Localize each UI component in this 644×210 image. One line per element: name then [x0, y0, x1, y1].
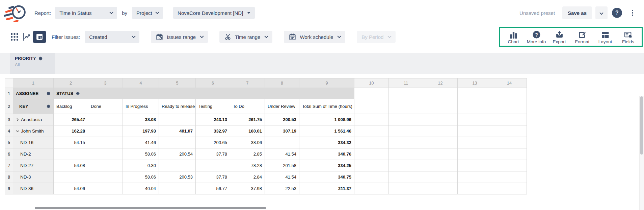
empty-cell[interactable] — [389, 183, 423, 194]
total-cell[interactable]: 340.75 — [299, 171, 354, 183]
filter-field-select[interactable]: Created — [85, 31, 139, 43]
value-cell[interactable]: 197.93 — [123, 125, 159, 137]
value-cell[interactable]: 38.08 — [123, 114, 159, 125]
time-range-button[interactable]: Time range — [219, 31, 272, 43]
empty-cell[interactable] — [492, 114, 527, 125]
empty-cell[interactable] — [354, 99, 389, 114]
value-cell[interactable] — [88, 137, 123, 148]
value-cell[interactable]: 78.28 — [230, 160, 265, 171]
value-cell[interactable] — [88, 160, 123, 171]
value-cell[interactable] — [88, 183, 123, 194]
empty-cell[interactable] — [492, 148, 527, 160]
work-schedule-button[interactable]: Work schedule — [284, 31, 345, 43]
empty-cell[interactable] — [423, 99, 458, 114]
status-column-header[interactable]: Backlog — [54, 99, 88, 114]
status-column-header[interactable]: Testing — [196, 99, 230, 114]
format-action-button[interactable]: Format — [571, 30, 594, 44]
empty-cell[interactable] — [492, 125, 527, 137]
status-column-header[interactable]: Done — [88, 99, 123, 114]
issue-key-cell[interactable]: ND-3 — [13, 171, 54, 183]
empty-cell[interactable] — [423, 148, 458, 160]
value-cell[interactable]: 54.08 — [54, 160, 88, 171]
empty-cell[interactable] — [458, 148, 492, 160]
empty-cell[interactable] — [458, 183, 492, 194]
empty-cell[interactable] — [354, 114, 389, 125]
issue-key-cell[interactable]: ND-36 — [13, 183, 54, 194]
empty-cell[interactable] — [389, 88, 423, 99]
value-cell[interactable]: 41.46 — [123, 137, 159, 148]
gear-icon[interactable] — [46, 104, 51, 109]
value-cell[interactable]: 2.84 — [230, 171, 265, 183]
value-cell[interactable]: 0.30 — [123, 160, 159, 171]
empty-cell[interactable] — [354, 160, 389, 171]
empty-cell[interactable] — [354, 88, 389, 99]
issue-key-cell[interactable]: ND-2 — [13, 148, 54, 160]
fields-action-button[interactable]: Fields — [617, 30, 640, 44]
empty-cell[interactable] — [423, 183, 458, 194]
assignee-group-cell[interactable]: John Smith — [13, 125, 54, 137]
help-button[interactable]: ? — [611, 6, 623, 19]
empty-cell[interactable] — [389, 148, 423, 160]
value-cell[interactable] — [88, 171, 123, 183]
gear-icon[interactable] — [46, 91, 51, 96]
empty-cell[interactable] — [354, 171, 389, 183]
value-cell[interactable]: 243.13 — [196, 114, 230, 125]
value-cell[interactable]: 37.98 — [230, 183, 265, 194]
assignee-header-cell[interactable]: ASSIGNEE — [13, 88, 54, 99]
value-cell[interactable]: 162.28 — [54, 125, 88, 137]
gear-icon[interactable] — [76, 91, 80, 96]
empty-cell[interactable] — [423, 88, 458, 99]
value-cell[interactable]: 401.07 — [159, 125, 196, 137]
value-cell[interactable] — [159, 160, 196, 171]
status-column-header[interactable]: In Progress — [123, 99, 159, 114]
value-cell[interactable]: 22.53 — [265, 183, 299, 194]
chart-action-button[interactable]: Chart — [502, 30, 525, 44]
total-cell[interactable]: 1 008.96 — [299, 114, 354, 125]
empty-cell[interactable] — [354, 148, 389, 160]
value-cell[interactable] — [159, 137, 196, 148]
issues-range-button[interactable]: Issues range — [151, 31, 208, 43]
key-header-cell[interactable]: KEY — [13, 99, 54, 114]
layout-action-button[interactable]: Layout — [594, 30, 617, 44]
value-cell[interactable] — [159, 114, 196, 125]
status-column-header[interactable]: Under Review — [265, 99, 299, 114]
value-cell[interactable]: 41.54 — [265, 148, 299, 160]
value-cell[interactable]: 54.15 — [54, 137, 88, 148]
value-cell[interactable] — [88, 148, 123, 160]
total-cell[interactable]: 340.76 — [299, 148, 354, 160]
empty-cell[interactable] — [354, 183, 389, 194]
value-cell[interactable]: 58.06 — [123, 148, 159, 160]
value-cell[interactable]: 38.06 — [230, 137, 265, 148]
vertical-scrollbar[interactable] — [639, 96, 644, 210]
value-cell[interactable]: 41.54 — [265, 171, 299, 183]
status-column-header[interactable]: To Do — [230, 99, 265, 114]
empty-cell[interactable] — [389, 171, 423, 183]
chevron-right-icon[interactable] — [16, 118, 19, 121]
value-cell[interactable]: 37.78 — [196, 148, 230, 160]
value-cell[interactable]: 200.53 — [159, 171, 196, 183]
value-cell[interactable]: 332.97 — [196, 125, 230, 137]
value-cell[interactable]: 307.19 — [265, 125, 299, 137]
empty-cell[interactable] — [492, 171, 527, 183]
value-cell[interactable]: 54.06 — [54, 183, 88, 194]
status-column-header[interactable]: Total Sum of Time (hours) — [299, 99, 354, 114]
empty-cell[interactable] — [458, 99, 492, 114]
empty-cell[interactable] — [492, 160, 527, 171]
value-cell[interactable]: 56.77 — [196, 183, 230, 194]
chart-view-button[interactable] — [21, 31, 33, 43]
status-header-cell[interactable]: STATUS — [54, 88, 354, 99]
report-type-select[interactable]: Time in Status — [55, 7, 117, 19]
empty-cell[interactable] — [423, 137, 458, 148]
empty-cell[interactable] — [423, 114, 458, 125]
value-cell[interactable] — [54, 171, 88, 183]
empty-cell[interactable] — [458, 160, 492, 171]
empty-cell[interactable] — [492, 137, 527, 148]
save-as-menu-button[interactable] — [595, 6, 608, 19]
issue-key-cell[interactable]: ND-27 — [13, 160, 54, 171]
status-column-header[interactable]: Ready to release — [159, 99, 196, 114]
chevron-down-icon[interactable] — [16, 130, 19, 133]
value-cell[interactable] — [265, 137, 299, 148]
empty-cell[interactable] — [389, 125, 423, 137]
empty-cell[interactable] — [389, 137, 423, 148]
empty-cell[interactable] — [423, 125, 458, 137]
